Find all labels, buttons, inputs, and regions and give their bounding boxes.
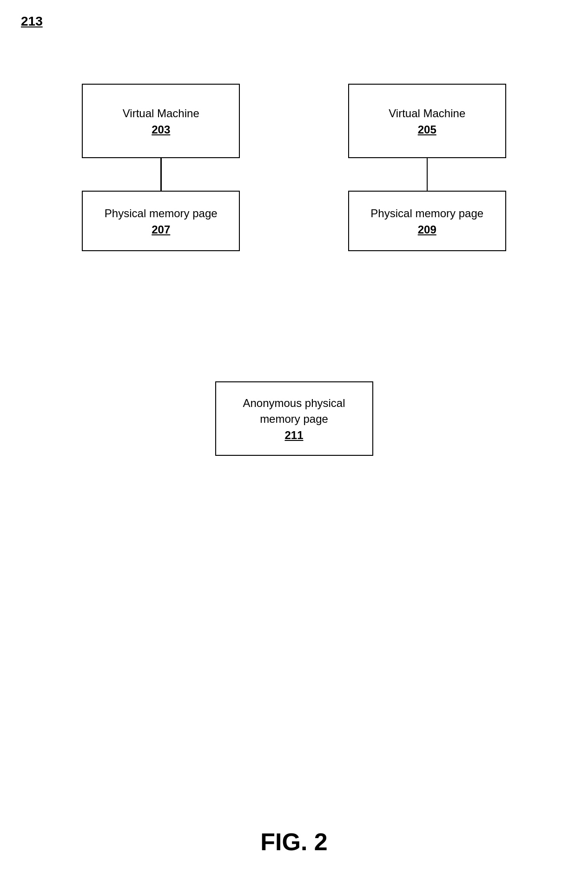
vm-right-column: Virtual Machine 205 Physical memory page… xyxy=(339,84,515,251)
page-container: 213 Virtual Machine 203 Physical memory … xyxy=(0,0,588,893)
fig-caption: FIG. 2 xyxy=(0,828,588,856)
memory-right-number: 209 xyxy=(418,223,436,236)
vm-left-number: 203 xyxy=(152,123,170,136)
memory-left-box: Physical memory page 207 xyxy=(82,191,240,251)
memory-right-box: Physical memory page 209 xyxy=(348,191,506,251)
vm-left-column: Virtual Machine 203 Physical memory page… xyxy=(73,84,249,251)
memory-right-label: Physical memory page xyxy=(370,206,483,221)
vm-right-box: Virtual Machine 205 xyxy=(348,84,506,158)
vm-right-number: 205 xyxy=(418,123,436,136)
figure-number: 213 xyxy=(21,14,43,29)
vm-left-box: Virtual Machine 203 xyxy=(82,84,240,158)
top-row: Virtual Machine 203 Physical memory page… xyxy=(0,84,588,251)
vm-right-connector xyxy=(427,158,428,191)
vm-left-label: Virtual Machine xyxy=(123,106,199,121)
vm-left-connector xyxy=(160,158,162,191)
anon-memory-label: Anonymous physical memory page xyxy=(223,395,365,427)
vm-right-label: Virtual Machine xyxy=(389,106,465,121)
anon-memory-box: Anonymous physical memory page 211 xyxy=(215,381,373,456)
memory-left-number: 207 xyxy=(152,223,170,236)
anon-memory-number: 211 xyxy=(284,429,303,442)
anon-section: Anonymous physical memory page 211 xyxy=(0,381,588,456)
diagram-area: Virtual Machine 203 Physical memory page… xyxy=(0,56,588,456)
memory-left-label: Physical memory page xyxy=(105,206,218,221)
